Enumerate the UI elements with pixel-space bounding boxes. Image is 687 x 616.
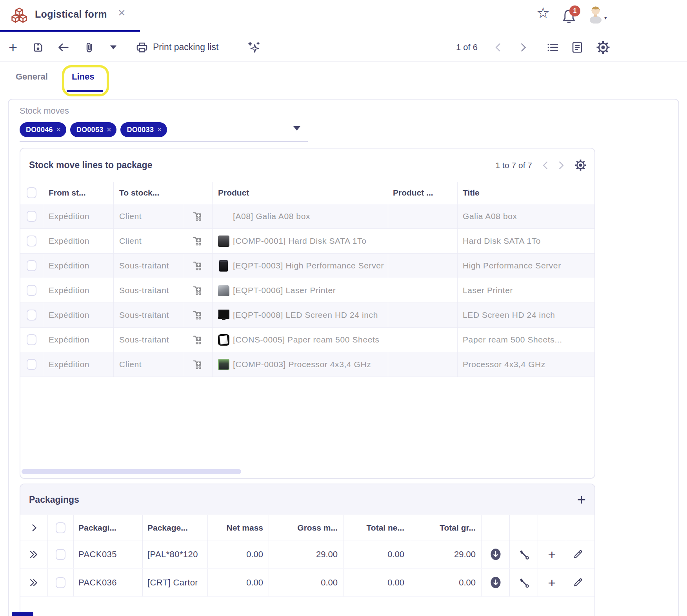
packaging-row[interactable]: PACK036 [CRT] Carton 0.00 0.00 0.00 0.00…: [20, 569, 594, 597]
stock-moves-dropdown-caret-icon[interactable]: [293, 126, 300, 130]
open-tab-title[interactable]: Logistical form: [35, 9, 107, 20]
net-mass-cell: 0.00: [208, 540, 269, 568]
total-net-cell: 0.00: [344, 540, 410, 568]
app-logo-icon[interactable]: [11, 7, 27, 25]
col-title[interactable]: Title: [458, 182, 594, 204]
product-cell: [CONS-0005] Paper ream 500 Sheets: [213, 328, 388, 352]
stock-moves-select[interactable]: DO0046×DO0053×DO0033×: [20, 122, 167, 137]
attachment-dropdown-caret-icon[interactable]: [110, 33, 116, 62]
print-icon[interactable]: [136, 33, 148, 62]
row-checkbox[interactable]: [56, 549, 65, 560]
col-to-stock[interactable]: To stock...: [114, 182, 184, 204]
col-from-stock[interactable]: From st...: [43, 182, 114, 204]
magic-wand-icon[interactable]: [247, 33, 260, 62]
add-line-button[interactable]: +: [538, 569, 566, 596]
stock-moves-field-underline: [20, 141, 308, 142]
add-to-cart-icon[interactable]: [184, 204, 213, 228]
product-image: [218, 284, 233, 296]
row-checkbox[interactable]: [27, 260, 36, 271]
expand-row-icon[interactable]: [20, 569, 48, 596]
row-checkbox[interactable]: [27, 285, 36, 296]
next-record-icon[interactable]: [520, 33, 527, 62]
stock-move-line-row[interactable]: Expédition Sous-traitant [EQPT-0006] Las…: [20, 278, 594, 303]
horizontal-scrollbar[interactable]: [22, 469, 241, 474]
row-checkbox[interactable]: [56, 577, 65, 588]
stock-move-chip[interactable]: DO0053×: [70, 122, 117, 137]
to-stock-cell: Client: [114, 352, 184, 377]
row-checkbox[interactable]: [27, 334, 36, 345]
row-checkbox[interactable]: [27, 236, 36, 246]
tools-wrench-icon[interactable]: [510, 569, 538, 596]
stock-move-line-row[interactable]: Expédition Sous-traitant [EQPT-0008] LED…: [20, 303, 594, 328]
col-total-net[interactable]: Total ne...: [344, 515, 410, 540]
packagings-rows: PACK035 [PAL*80*120] 0.00 29.00 0.00 29.…: [20, 540, 594, 597]
add-to-cart-icon[interactable]: [184, 352, 213, 377]
notification-badge[interactable]: 1: [569, 5, 580, 16]
new-record-button[interactable]: +: [9, 33, 17, 62]
col-total-gross[interactable]: Total gr...: [410, 515, 482, 540]
product2-cell: [388, 303, 458, 327]
form-view-icon[interactable]: [571, 33, 583, 62]
stock-move-chip[interactable]: DO0046×: [20, 122, 66, 137]
col-packaging-type[interactable]: Package...: [143, 515, 208, 540]
add-to-cart-icon[interactable]: [184, 278, 213, 303]
row-checkbox[interactable]: [27, 211, 36, 222]
add-to-cart-icon[interactable]: [184, 254, 213, 278]
add-to-cart-icon[interactable]: [184, 328, 213, 352]
add-to-cart-icon[interactable]: [184, 303, 213, 327]
from-stock-cell: Expédition: [43, 204, 114, 228]
chip-remove-icon[interactable]: ×: [56, 125, 61, 134]
packaging-row[interactable]: PACK035 [PAL*80*120] 0.00 29.00 0.00 29.…: [20, 540, 594, 569]
stock-move-lines-panel: Stock move lines to package 1 to 7 of 7: [20, 148, 595, 479]
settings-gear-icon[interactable]: [596, 33, 610, 62]
chip-remove-icon[interactable]: ×: [157, 125, 162, 134]
col-product[interactable]: Product: [213, 182, 388, 204]
stock-move-line-row[interactable]: Expédition Sous-traitant [CONS-0005] Pap…: [20, 328, 594, 352]
product2-cell: [388, 204, 458, 228]
add-line-button[interactable]: +: [538, 540, 566, 568]
tab-close-icon[interactable]: ×: [118, 6, 125, 19]
panel-title: Packagings: [29, 495, 79, 505]
prev-record-icon[interactable]: [495, 33, 501, 62]
stock-move-line-row[interactable]: Expédition Client [COMP-0001] Hard Disk …: [20, 229, 594, 254]
col-net-mass[interactable]: Net mass: [208, 515, 269, 540]
grid-settings-gear-icon[interactable]: [574, 159, 587, 171]
bottom-partial-button[interactable]: [12, 612, 33, 616]
back-button[interactable]: [57, 33, 69, 62]
grid-prev-icon[interactable]: [542, 161, 548, 170]
top-tab-bar: Logistical form × ☆ 1 ▾: [0, 0, 687, 32]
tab-general[interactable]: General: [16, 72, 48, 82]
title-cell: LED Screen HD 24 inch: [458, 303, 594, 327]
stock-move-chip[interactable]: DO0033×: [120, 122, 167, 137]
save-button[interactable]: [32, 33, 44, 62]
row-checkbox[interactable]: [27, 310, 36, 321]
avatar-menu-caret-icon[interactable]: ▾: [604, 15, 607, 21]
print-packing-list-button[interactable]: Print packing list: [153, 33, 218, 62]
select-all-checkbox[interactable]: [27, 187, 36, 198]
add-packaging-button[interactable]: +: [577, 492, 586, 507]
edit-pencil-icon[interactable]: [566, 540, 589, 568]
stock-move-line-row[interactable]: Expédition Client [A08] Galia A08 box Ga…: [20, 204, 594, 229]
add-to-cart-icon[interactable]: [184, 229, 213, 253]
edit-pencil-icon[interactable]: [566, 569, 589, 596]
attachment-paperclip-icon[interactable]: [83, 33, 95, 62]
col-packaging-code[interactable]: Packagi...: [74, 515, 143, 540]
tools-wrench-icon[interactable]: [510, 540, 538, 568]
grid-view-icon[interactable]: [546, 33, 559, 62]
move-down-button[interactable]: [482, 569, 510, 596]
active-tab-underline: [0, 30, 140, 32]
row-checkbox[interactable]: [27, 359, 36, 370]
chip-remove-icon[interactable]: ×: [107, 125, 112, 134]
col-product2[interactable]: Product ...: [388, 182, 458, 204]
stock-move-line-row[interactable]: Expédition Sous-traitant [EQPT-0003] Hig…: [20, 254, 594, 278]
select-all-checkbox[interactable]: [56, 522, 65, 533]
panel-title: Stock move lines to package: [29, 160, 152, 170]
move-down-button[interactable]: [482, 540, 510, 568]
expand-all-icon[interactable]: [20, 515, 48, 540]
favorite-star-icon[interactable]: ☆: [536, 5, 550, 20]
col-gross-mass[interactable]: Gross m...: [269, 515, 344, 540]
grid-next-icon[interactable]: [558, 161, 564, 170]
user-avatar[interactable]: [587, 4, 604, 24]
expand-row-icon[interactable]: [20, 540, 48, 568]
stock-move-line-row[interactable]: Expédition Client [COMP-0003] Processor …: [20, 352, 594, 377]
